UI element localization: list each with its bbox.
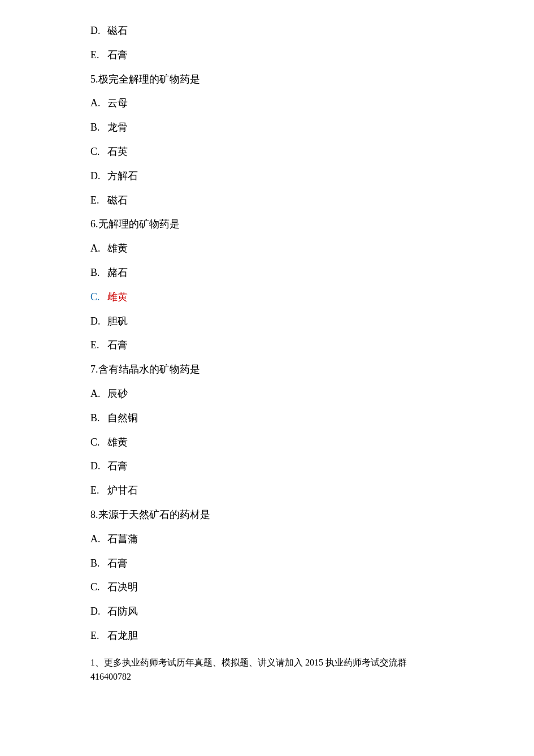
question-7-title: 7.含有结晶水的矿物药是 bbox=[90, 361, 444, 378]
q7-option-a: A. 辰砂 bbox=[90, 386, 444, 402]
option-text: 自然铜 bbox=[107, 410, 138, 426]
option-text: 石膏 bbox=[107, 47, 128, 63]
q6-option-a: A. 雄黄 bbox=[90, 240, 444, 257]
main-content: D. 磁石 E. 石膏 5.极完全解理的矿物药是 A. 云母 B. 龙骨 C. … bbox=[90, 23, 444, 684]
option-text: 雌黄 bbox=[107, 289, 128, 305]
q5-option-a: A. 云母 bbox=[90, 95, 444, 111]
option-label: B. bbox=[90, 265, 107, 281]
option-text: 雄黄 bbox=[107, 434, 128, 451]
option-label: B. bbox=[90, 410, 107, 426]
option-label: A. bbox=[90, 240, 107, 257]
q5-option-d: D. 方解石 bbox=[90, 168, 444, 184]
q7-option-d: D. 石膏 bbox=[90, 458, 444, 474]
option-label: E. bbox=[90, 192, 107, 209]
option-text: 磁石 bbox=[107, 23, 128, 39]
option-text: 石龙胆 bbox=[107, 628, 138, 644]
option-label: A. bbox=[90, 95, 107, 111]
option-text: 雄黄 bbox=[107, 240, 128, 257]
q8-option-b: B. 石膏 bbox=[90, 555, 444, 572]
option-text: 炉甘石 bbox=[107, 482, 138, 499]
q6-option-b: B. 赭石 bbox=[90, 265, 444, 281]
option-label: E. bbox=[90, 482, 107, 499]
option-label: A. bbox=[90, 531, 107, 547]
option-text: 石菖蒲 bbox=[107, 531, 138, 547]
option-label: C. bbox=[90, 289, 107, 305]
q6-option-c: C. 雌黄 bbox=[90, 289, 444, 305]
question-8-title: 8.来源于天然矿石的药材是 bbox=[90, 507, 444, 523]
option-label: C. bbox=[90, 434, 107, 451]
question-5-title: 5.极完全解理的矿物药是 bbox=[90, 71, 444, 88]
q6-option-e: E. 石膏 bbox=[90, 337, 444, 353]
q7-option-e: E. 炉甘石 bbox=[90, 482, 444, 499]
option-text: 方解石 bbox=[107, 168, 138, 184]
option-label: D. bbox=[90, 23, 107, 39]
option-label: E. bbox=[90, 628, 107, 644]
q7-option-b: B. 自然铜 bbox=[90, 410, 444, 426]
q4-option-e: E. 石膏 bbox=[90, 47, 444, 63]
option-text: 云母 bbox=[107, 95, 128, 111]
option-label: D. bbox=[90, 458, 107, 474]
option-label: E. bbox=[90, 337, 107, 353]
q4-option-d: D. 磁石 bbox=[90, 23, 444, 39]
option-text: 辰砂 bbox=[107, 386, 128, 402]
option-label: B. bbox=[90, 119, 107, 136]
option-label: B. bbox=[90, 555, 107, 572]
q7-option-c: C. 雄黄 bbox=[90, 434, 444, 451]
option-text: 龙骨 bbox=[107, 119, 128, 136]
q8-option-c: C. 石决明 bbox=[90, 579, 444, 595]
option-text: 胆矾 bbox=[107, 313, 128, 330]
option-text: 石膏 bbox=[107, 337, 128, 353]
q8-option-d: D. 石防风 bbox=[90, 603, 444, 620]
question-6-title: 6.无解理的矿物药是 bbox=[90, 216, 444, 232]
q5-option-b: B. 龙骨 bbox=[90, 119, 444, 136]
q5-option-c: C. 石英 bbox=[90, 144, 444, 160]
option-text: 石决明 bbox=[107, 579, 138, 595]
option-text: 石防风 bbox=[107, 603, 138, 620]
option-label: A. bbox=[90, 386, 107, 402]
q6-option-d: D. 胆矾 bbox=[90, 313, 444, 330]
option-label: E. bbox=[90, 47, 107, 63]
option-text: 石膏 bbox=[107, 555, 128, 572]
footer-note: 1、更多执业药师考试历年真题、模拟题、讲义请加入 2015 执业药师考试交流群 … bbox=[90, 655, 444, 684]
option-label: D. bbox=[90, 313, 107, 330]
option-text: 磁石 bbox=[107, 192, 128, 209]
option-text: 石膏 bbox=[107, 458, 128, 474]
option-label: D. bbox=[90, 168, 107, 184]
q5-option-e: E. 磁石 bbox=[90, 192, 444, 209]
option-label: C. bbox=[90, 579, 107, 595]
option-label: C. bbox=[90, 144, 107, 160]
option-text: 赭石 bbox=[107, 265, 128, 281]
q8-option-a: A. 石菖蒲 bbox=[90, 531, 444, 547]
q8-option-e: E. 石龙胆 bbox=[90, 628, 444, 644]
option-text: 石英 bbox=[107, 144, 128, 160]
option-label: D. bbox=[90, 603, 107, 620]
